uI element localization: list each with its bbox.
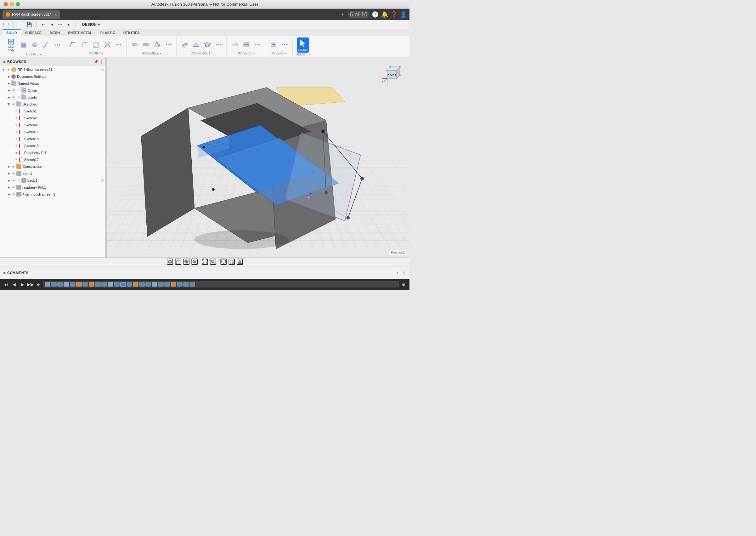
timeline-item-19[interactable]: [158, 282, 164, 286]
timeline-item-7[interactable]: [82, 282, 88, 286]
tab-add-button[interactable]: ＋: [340, 12, 346, 17]
maximize-button[interactable]: [16, 2, 20, 6]
modify-fillet-button[interactable]: [68, 39, 79, 50]
redo-dropdown-button[interactable]: ▾: [65, 21, 72, 28]
tab-profile-icon[interactable]: 👤: [400, 12, 407, 17]
traffic-lights[interactable]: [4, 2, 20, 6]
fit-view-button[interactable]: [202, 258, 208, 265]
tree-item-joints[interactable]: ▶ 👁 👁 Joints: [0, 94, 105, 101]
modify-more-button[interactable]: [113, 39, 124, 50]
tree-item-touch1[interactable]: ▶ 👁 4 inch touch screen:1: [0, 191, 105, 198]
ribbon-tab-solid[interactable]: SOLID: [3, 29, 21, 36]
assemble-joint-button[interactable]: [130, 39, 140, 50]
tab-close-button[interactable]: ✕: [54, 13, 57, 17]
tree-eye-touch1[interactable]: 👁: [11, 193, 16, 196]
create-extrude-button[interactable]: [18, 39, 28, 51]
timeline-item-23[interactable]: [183, 282, 189, 286]
timeline-goto-end-button[interactable]: ⏭: [35, 281, 42, 288]
timeline-item-20[interactable]: [164, 282, 170, 286]
tree-item-sketch11[interactable]: 👁 Sketch11: [0, 128, 105, 135]
tree-item-sketch2[interactable]: 👁 Sketch2: [0, 115, 105, 121]
timeline-item-2[interactable]: [51, 282, 57, 286]
tree-item-named-views[interactable]: ▶ Named Views: [0, 80, 105, 87]
save-button[interactable]: 💾: [25, 21, 32, 28]
tab-notifications-icon[interactable]: 🔔: [381, 12, 388, 17]
timeline-item-22[interactable]: [177, 282, 182, 286]
timeline-item-9[interactable]: [95, 282, 101, 286]
inspect-more-button[interactable]: [252, 39, 263, 50]
tree-eye-origin[interactable]: 👁: [11, 89, 16, 92]
tree-eye-sketches[interactable]: 👁: [11, 103, 16, 106]
tree-eye2-sketch2[interactable]: 👁: [14, 117, 19, 120]
timeline-item-4[interactable]: [64, 282, 69, 286]
ribbon-tab-mesh[interactable]: MESH: [46, 30, 64, 36]
tree-item-doc-settings[interactable]: ▶ Document Settings: [0, 73, 105, 80]
tree-eye2-sketch1[interactable]: 👁: [14, 110, 19, 113]
timeline-play-button[interactable]: ▶: [19, 281, 26, 288]
timeline-item-1[interactable]: [45, 282, 50, 286]
display-settings-button[interactable]: [220, 258, 227, 265]
ribbon-tab-sheet-metal[interactable]: SHEET METAL: [64, 30, 96, 36]
timeline-item-18[interactable]: [152, 282, 157, 286]
tree-item-sketch1[interactable]: 👁 Sketch1: [0, 108, 105, 115]
tree-eye2-joints[interactable]: 👁: [16, 96, 21, 99]
tree-eye-back1[interactable]: 👁: [11, 179, 16, 182]
home-view-button[interactable]: [175, 258, 181, 265]
tree-eye-joints[interactable]: 👁: [11, 96, 16, 99]
timeline-track[interactable]: [44, 281, 399, 287]
construct-offset-plane-button[interactable]: [180, 39, 190, 50]
viewport[interactable]: RIGHT X Y Z Position1: [107, 57, 409, 257]
tree-eye2-sketch17[interactable]: 👁: [14, 158, 19, 161]
timeline-item-17[interactable]: [145, 282, 151, 286]
tree-item-origin[interactable]: ▶ 👁 👁 Origin: [0, 87, 105, 94]
tree-eye2-sketch8[interactable]: 👁: [14, 123, 19, 127]
timeline-item-13[interactable]: [120, 282, 126, 286]
timeline-prev-button[interactable]: ◀: [11, 281, 17, 288]
assemble-rigid-button[interactable]: [141, 39, 151, 50]
timeline-item-6[interactable]: [76, 282, 82, 286]
tab-clock-icon[interactable]: 🕐: [372, 12, 379, 17]
inspect-measure-button[interactable]: [230, 39, 240, 50]
timeline-item-5[interactable]: [70, 282, 76, 286]
tree-item-front1[interactable]: ▶ 👁 front:1: [0, 170, 105, 177]
tree-eye2-sketch11[interactable]: 👁: [14, 130, 19, 134]
tree-item-sketch17[interactable]: 👁 Sketch17: [0, 156, 105, 163]
browser-collapse-arrow[interactable]: ◀: [3, 59, 5, 64]
create-revolve-button[interactable]: [30, 39, 40, 51]
timeline-item-10[interactable]: [101, 282, 107, 286]
construct-midplane-button[interactable]: [203, 39, 212, 50]
file-menu-button[interactable]: 📄: [17, 21, 24, 28]
insert-canvas-button[interactable]: [268, 39, 278, 50]
modify-chamfer-button[interactable]: [79, 39, 90, 50]
tree-item-sketch8[interactable]: 👁 Sketch8: [0, 121, 105, 128]
assemble-drive-button[interactable]: [152, 39, 162, 50]
ribbon-tab-surface[interactable]: SURFACE: [21, 30, 46, 36]
grid-menu-button[interactable]: ⋮⋮: [3, 21, 10, 28]
nav-cube-container[interactable]: RIGHT X Y Z: [379, 61, 404, 87]
zoom-window-button[interactable]: [210, 258, 216, 265]
timeline-next-button[interactable]: ▶▶: [27, 281, 34, 288]
tree-eye2-origin[interactable]: 👁: [16, 89, 21, 92]
timeline-item-14[interactable]: [127, 282, 132, 286]
tree-item-root[interactable]: ▶ 👁 ⚙ RPi4 4inch screen v21 ⚙: [0, 66, 105, 73]
timeline-item-8[interactable]: [89, 282, 94, 286]
tree-eye-root[interactable]: 👁: [6, 68, 11, 72]
active-tab[interactable]: RPi4 4inch screen v21* ✕: [3, 10, 60, 18]
minimize-button[interactable]: [10, 2, 14, 6]
ribbon-tab-plastic[interactable]: PLASTIC: [97, 30, 119, 36]
construct-more-button[interactable]: [214, 39, 224, 50]
create-new-body-button[interactable]: New Body: [5, 38, 17, 52]
zoom-button[interactable]: [191, 258, 198, 265]
tree-eye-raspi4[interactable]: 👁: [14, 151, 19, 154]
orbit-button[interactable]: [167, 258, 173, 265]
redo-button[interactable]: ↪: [57, 21, 64, 28]
modify-shell-button[interactable]: [91, 39, 101, 50]
close-button[interactable]: [4, 2, 8, 6]
tree-eye2-sketch15[interactable]: 👁: [14, 144, 19, 148]
comments-collapse-button[interactable]: ◀: [3, 271, 5, 275]
tree-eye-front1[interactable]: 👁: [11, 172, 16, 175]
tree-eye-construction[interactable]: 👁: [11, 165, 16, 168]
pan-button[interactable]: [183, 258, 189, 265]
timeline-item-11[interactable]: [108, 282, 113, 286]
render-mode-button[interactable]: [237, 258, 243, 265]
